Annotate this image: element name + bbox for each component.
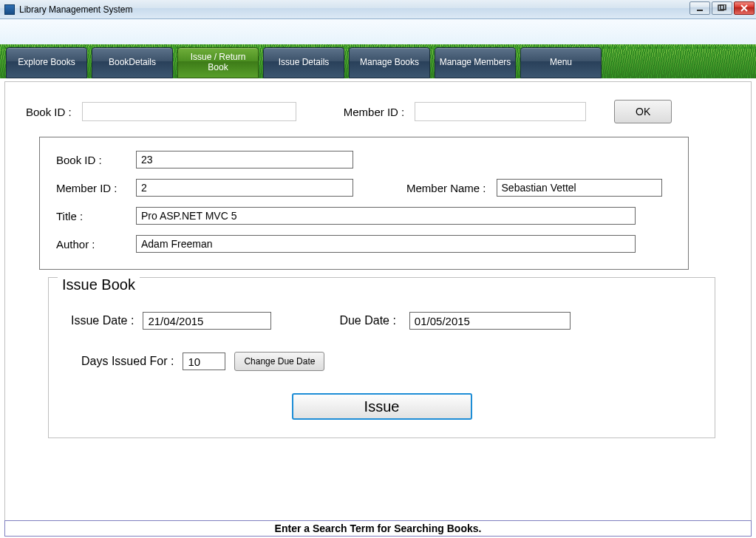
title-bar: Library Management System [0, 0, 756, 19]
window-title: Library Management System [19, 4, 132, 15]
title-label: Title : [56, 210, 130, 222]
detail-member-id-field[interactable] [136, 179, 353, 197]
author-field[interactable] [136, 235, 636, 253]
maximize-button[interactable] [712, 1, 732, 15]
ok-button[interactable]: OK [614, 100, 672, 123]
book-id-label: Book ID : [26, 106, 72, 118]
issue-button[interactable]: Issue [292, 393, 472, 420]
tab-bar: Explore Books BookDetails Issue / Return… [6, 47, 602, 78]
member-id-label: Member ID : [344, 106, 405, 118]
close-icon [740, 4, 748, 12]
tab-manage-members[interactable]: Manage Members [435, 47, 516, 78]
window-buttons [689, 1, 755, 15]
issue-book-group: Issue Book Issue Date : Due Date : Days … [48, 277, 715, 438]
details-group: Book ID : Member ID : Member Name : Titl… [39, 137, 689, 270]
status-text: Enter a Search Term for Searching Books. [275, 522, 482, 534]
detail-book-id-field[interactable] [136, 151, 353, 168]
tab-manage-books[interactable]: Manage Books [349, 47, 430, 78]
days-issued-label: Days Issued For : [81, 355, 174, 368]
tab-issue-details[interactable]: Issue Details [263, 47, 344, 78]
book-id-input[interactable] [82, 102, 296, 121]
close-button[interactable] [734, 1, 755, 15]
tab-book-details[interactable]: BookDetails [92, 47, 173, 78]
member-name-label: Member Name : [406, 182, 486, 194]
issue-date-label: Issue Date : [71, 314, 134, 327]
client-area: Book ID : Member ID : OK Book ID : Membe… [4, 81, 752, 522]
header-banner: Explore Books BookDetails Issue / Return… [0, 19, 756, 78]
due-date-field[interactable] [409, 312, 571, 330]
author-label: Author : [56, 238, 130, 251]
due-date-label: Due Date : [339, 314, 395, 327]
detail-book-id-label: Book ID : [56, 154, 130, 166]
detail-member-id-label: Member ID : [56, 182, 130, 194]
minimize-button[interactable] [689, 1, 710, 15]
issue-book-legend: Issue Book [58, 276, 140, 293]
app-icon [4, 4, 15, 15]
member-id-input[interactable] [415, 102, 586, 121]
maximize-icon [718, 4, 726, 12]
issue-date-field[interactable] [143, 312, 271, 330]
status-bar: Enter a Search Term for Searching Books. [4, 520, 752, 537]
member-name-field[interactable] [497, 179, 662, 197]
lookup-row: Book ID : Member ID : OK [5, 82, 751, 132]
tab-issue-return-book[interactable]: Issue / Return Book [177, 47, 259, 78]
tab-menu[interactable]: Menu [520, 47, 602, 78]
change-due-date-button[interactable]: Change Due Date [234, 352, 324, 371]
minimize-icon [696, 4, 704, 12]
days-issued-field[interactable] [183, 353, 225, 370]
title-field[interactable] [136, 207, 636, 225]
tab-explore-books[interactable]: Explore Books [6, 47, 87, 78]
